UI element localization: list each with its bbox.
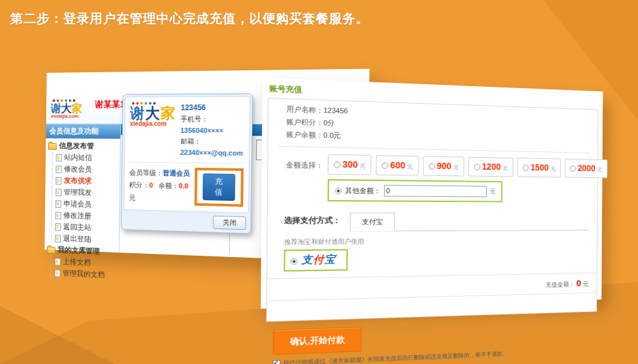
amount-option-1200[interactable]: 1200元 — [468, 157, 513, 177]
email-value: 22340×××@qq.com — [180, 149, 243, 157]
recharge-page-screenshot: 账号充值 用户名称：123456 账户积分：0分 账户余额：0.0元 金额选择：… — [261, 77, 603, 308]
radio-checked-icon[interactable] — [335, 188, 342, 194]
logo-domain: xiedajia.com — [130, 121, 175, 127]
document-icon — [55, 235, 61, 242]
logo-char: 谢 — [130, 105, 145, 122]
amount-option-900[interactable]: 900元 — [423, 156, 464, 176]
total-amount-value: 0 — [577, 278, 582, 288]
folder-icon — [47, 247, 56, 254]
folder-icon — [48, 143, 57, 150]
document-icon — [56, 189, 61, 196]
payment-method-label: 选择支付方式： — [277, 215, 350, 232]
radio-icon[interactable] — [523, 165, 529, 171]
annotation-highlight-box: 充值 — [194, 168, 244, 207]
other-amount-label: 其他金额： — [345, 185, 381, 196]
tree-group-info-publish[interactable]: 信息发布管 — [48, 140, 120, 152]
logo-char: 家 — [160, 105, 176, 122]
other-amount-option[interactable]: 其他金额： 元 — [328, 179, 503, 202]
radio-checked-icon[interactable] — [291, 258, 297, 265]
alipay-logo: 支付宝′ — [301, 253, 338, 268]
close-button[interactable]: 关闭 — [213, 216, 246, 230]
account-number: 123456 — [181, 102, 245, 114]
tree-item[interactable]: 管理我发 — [56, 186, 120, 199]
recharge-form: 用户名称：123456 账户积分：0分 账户余额：0.0元 金额选择： 300元… — [266, 97, 599, 322]
radio-icon[interactable] — [570, 165, 576, 172]
agreement-checkbox[interactable] — [273, 360, 280, 364]
alipay-option[interactable]: 支付宝′ — [284, 249, 347, 272]
logo-dots-icon — [132, 102, 176, 104]
tree-item-active[interactable]: 发布供求 — [56, 175, 120, 187]
member-sidebar: 会员信息及功能 信息发布管 站内短信 修改会员 发布供求 管理我发 申请会员 修… — [44, 123, 121, 253]
document-icon — [56, 200, 61, 208]
logo-tick: ′ — [336, 253, 339, 260]
document-icon — [56, 165, 61, 173]
amount-select-label: 金额选择： — [285, 153, 328, 201]
tab-alipay[interactable]: 支付宝 — [350, 213, 395, 232]
document-icon — [54, 269, 60, 277]
radio-icon[interactable] — [474, 164, 480, 170]
radio-icon[interactable] — [428, 163, 435, 170]
sidebar-title: 会员信息及功能 — [46, 123, 121, 139]
logo-dots-icon — [53, 99, 82, 102]
radio-icon[interactable] — [334, 161, 341, 168]
document-icon — [54, 258, 60, 265]
amount-option-600[interactable]: 600元 — [376, 155, 418, 175]
email-row: 邮箱：22340×××@qq.com — [180, 136, 244, 159]
payment-hint: 推荐淘宝和财付通用户使用 — [284, 236, 589, 248]
tree-item[interactable]: 管理我的文档 — [54, 267, 118, 282]
document-icon — [56, 177, 61, 184]
phone-value: 1356040×××× — [180, 127, 223, 134]
document-icon — [55, 223, 61, 230]
other-amount-input[interactable] — [384, 185, 487, 197]
amount-option-1500[interactable]: 1500元 — [518, 158, 561, 177]
amount-option-2000[interactable]: 2000元 — [565, 159, 608, 179]
radio-icon[interactable] — [382, 162, 388, 168]
balance-value: 0.0 — [178, 182, 188, 190]
confirm-payment-button[interactable]: 确认,开始付款 — [273, 327, 361, 355]
user-info-popup: 谢大家 xiedajia.com 123456 手机号：1356040×××× … — [121, 93, 253, 234]
recharge-button[interactable]: 充值 — [203, 173, 235, 201]
member-level: 普通会员 — [163, 169, 190, 177]
points-balance-row: 积分：0 余额：0.0元 — [129, 179, 195, 206]
step-title: 第二步：登录用户在管理中心完成充值，以便购买套餐服务。 — [10, 10, 369, 27]
logo-text: 谢大家 — [130, 106, 175, 121]
member-level-row: 会员等级：普通会员 — [129, 166, 194, 180]
xiedajia-logo: 谢大家 xiedajia.com — [51, 99, 82, 119]
logo-domain: xiedajia.com — [51, 114, 82, 119]
payment-tabs: 支付宝 — [350, 212, 589, 232]
document-icon — [56, 154, 61, 161]
logo-char: 大 — [145, 105, 160, 122]
tree-item[interactable]: 站内短信 — [56, 152, 120, 165]
logo-text: 谢大家 — [51, 103, 82, 114]
amount-option-300[interactable]: 300元 — [328, 154, 372, 175]
xiedajia-logo: 谢大家 xiedajia.com — [130, 102, 176, 158]
document-icon — [55, 211, 61, 219]
phone-row: 手机号：1356040×××× — [180, 114, 244, 137]
points-value: 0 — [149, 182, 153, 189]
sidebar-tree: 信息发布管 站内短信 修改会员 发布供求 管理我发 申请会员 修改注册 返回主站… — [44, 138, 120, 282]
tree-item[interactable]: 修改会员 — [56, 163, 120, 176]
